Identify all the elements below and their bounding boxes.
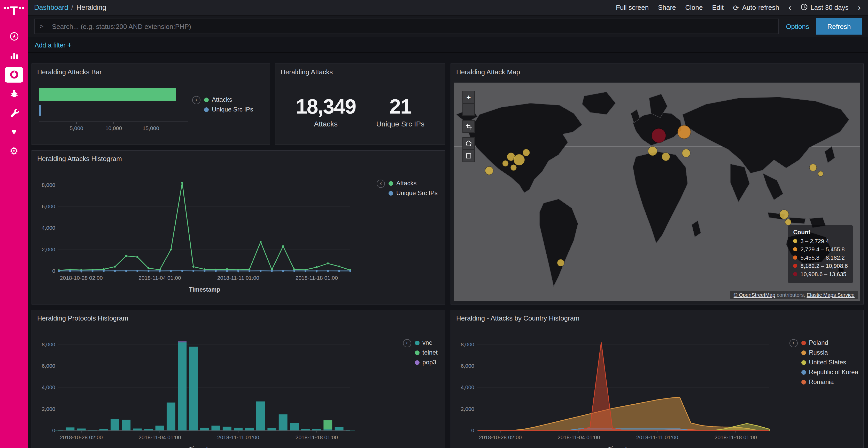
legend-dot bbox=[204, 97, 209, 102]
full-screen-button[interactable]: Full screen bbox=[616, 4, 649, 11]
legend-item[interactable]: 5,455.8 – 8,182.2 bbox=[793, 254, 848, 261]
svg-text:2018-11-11 01:00: 2018-11-11 01:00 bbox=[217, 275, 259, 281]
svg-text:6,000: 6,000 bbox=[461, 363, 474, 369]
legend-label: 3 – 2,729.4 bbox=[801, 238, 829, 244]
ems-link[interactable]: Elastic Maps Service bbox=[807, 292, 855, 298]
search-input[interactable] bbox=[52, 23, 773, 30]
legend-label: Russia bbox=[809, 349, 828, 356]
svg-text:4,000: 4,000 bbox=[41, 384, 55, 390]
auto-refresh-button[interactable]: ⟳ Auto-refresh bbox=[733, 3, 779, 12]
legend-label: pop3 bbox=[423, 359, 436, 366]
svg-text:2,000: 2,000 bbox=[41, 406, 55, 412]
metric-value: 18,349 bbox=[296, 95, 356, 118]
sidebar-item-devtools[interactable] bbox=[0, 103, 28, 122]
svg-text:Timestamp: Timestamp bbox=[189, 286, 220, 293]
svg-text:2,000: 2,000 bbox=[41, 246, 55, 252]
svg-text:0: 0 bbox=[52, 268, 55, 274]
telekom-logo[interactable]: T bbox=[3, 5, 24, 16]
sidebar-item-monitoring[interactable]: ♥ bbox=[0, 122, 28, 141]
legend-item[interactable]: Poland bbox=[801, 339, 858, 346]
svg-text:2018-11-04 01:00: 2018-11-04 01:00 bbox=[138, 434, 181, 440]
add-filter-link[interactable]: Add a filter + bbox=[35, 40, 71, 49]
breadcrumb-dashboard-link[interactable]: Dashboard bbox=[34, 4, 68, 11]
legend-dot bbox=[793, 272, 798, 276]
clock-icon bbox=[801, 3, 807, 12]
legend-item[interactable]: Attacks bbox=[389, 180, 438, 187]
attacks-histogram-chart[interactable]: 02,0004,0006,0008,0002018-10-28 02:00201… bbox=[33, 165, 359, 299]
osm-link[interactable]: © OpenStreetMap bbox=[734, 292, 776, 298]
bar-chart-icon bbox=[9, 50, 19, 60]
metric-attacks: 18,349 Attacks bbox=[296, 95, 356, 128]
legend-label: telnet bbox=[423, 349, 438, 356]
sidebar-item-visualize[interactable] bbox=[0, 46, 28, 65]
draw-rectangle-button[interactable] bbox=[462, 150, 475, 162]
zoom-in-button[interactable]: + bbox=[462, 91, 475, 103]
sidebar-item-timelion[interactable] bbox=[0, 84, 28, 103]
legend-item[interactable]: Unique Src IPs bbox=[389, 189, 438, 197]
panel-title: Heralding Attacks Histogram bbox=[32, 151, 445, 165]
options-link[interactable]: Options bbox=[786, 23, 809, 30]
sidebar-item-discover[interactable] bbox=[0, 27, 28, 46]
legend-item[interactable]: 2,729.4 – 5,455.8 bbox=[793, 246, 848, 252]
add-filter-label: Add a filter bbox=[35, 41, 66, 49]
svg-text:5,000: 5,000 bbox=[70, 125, 84, 131]
svg-text:2018-10-28 02:00: 2018-10-28 02:00 bbox=[60, 434, 103, 440]
svg-text:2018-11-18 01:00: 2018-11-18 01:00 bbox=[715, 434, 757, 440]
selected-nav-tile bbox=[5, 67, 23, 82]
fit-bounds-button[interactable] bbox=[462, 120, 475, 133]
svg-text:4,000: 4,000 bbox=[461, 384, 474, 390]
legend-toggle-icon[interactable]: ‹ bbox=[789, 339, 798, 347]
svg-text:2018-11-11 01:00: 2018-11-11 01:00 bbox=[217, 434, 259, 440]
edit-button[interactable]: Edit bbox=[712, 4, 724, 11]
svg-text:8,000: 8,000 bbox=[461, 341, 474, 347]
panel-attack-map: Heralding Attack Map bbox=[451, 64, 864, 305]
zoom-out-button[interactable]: − bbox=[462, 103, 475, 115]
legend-item[interactable]: Republic of Korea bbox=[801, 369, 858, 376]
legend-item[interactable]: Unique Src IPs bbox=[204, 106, 253, 113]
legend-item[interactable]: pop3 bbox=[414, 359, 438, 366]
legend-item[interactable]: 10,908.6 – 13,635 bbox=[793, 271, 848, 277]
refresh-button[interactable]: Refresh bbox=[816, 18, 862, 35]
legend-label: Romania bbox=[809, 378, 834, 385]
sidebar-item-dashboard[interactable] bbox=[0, 65, 28, 84]
legend-items: AttacksUnique Src IPs bbox=[204, 96, 253, 115]
legend-item[interactable]: telnet bbox=[414, 349, 438, 356]
svg-text:Timestamp: Timestamp bbox=[608, 446, 639, 448]
time-range-picker[interactable]: Last 30 days bbox=[801, 3, 848, 12]
legend-toggle-icon[interactable]: ‹ bbox=[403, 339, 411, 347]
legend-item[interactable]: 3 – 2,729.4 bbox=[793, 238, 848, 244]
panel-attacks-bar: Heralding Attacks Bar 5,00010,00015,000 … bbox=[32, 64, 270, 145]
country-histogram-chart[interactable]: 02,0004,0006,0008,0002018-10-28 02:00201… bbox=[452, 325, 778, 448]
draw-polygon-button[interactable] bbox=[462, 137, 475, 150]
legend-toggle-icon[interactable]: ‹ bbox=[377, 180, 385, 188]
protocols-histogram-chart[interactable]: 02,0004,0006,0008,0002018-10-28 02:00201… bbox=[33, 325, 359, 448]
time-forward-chevron[interactable]: › bbox=[858, 4, 861, 11]
breadcrumb-separator: / bbox=[71, 4, 73, 11]
world-map[interactable]: + − Count 3 – 2,729.42,729.4 – 5,455.85,… bbox=[454, 82, 860, 301]
legend-dot bbox=[793, 247, 798, 251]
legend-toggle-icon[interactable]: ‹ bbox=[192, 96, 200, 104]
legend-item[interactable]: Attacks bbox=[204, 96, 253, 103]
legend-item[interactable]: United States bbox=[801, 359, 858, 366]
time-back-chevron[interactable]: ‹ bbox=[788, 4, 791, 11]
panel-title: Heralding Attacks bbox=[275, 64, 445, 78]
legend-item[interactable]: 8,182.2 – 10,908.6 bbox=[793, 263, 848, 269]
svg-text:6,000: 6,000 bbox=[41, 203, 55, 209]
metric-label: Unique Src IPs bbox=[376, 120, 425, 128]
legend-dot bbox=[801, 350, 806, 355]
share-button[interactable]: Share bbox=[658, 4, 676, 11]
legend-label: United States bbox=[809, 359, 846, 366]
legend-label: 5,455.8 – 8,182.2 bbox=[801, 254, 845, 261]
legend-item[interactable]: Russia bbox=[801, 349, 858, 356]
legend-item[interactable]: Romania bbox=[801, 378, 858, 385]
clone-button[interactable]: Clone bbox=[685, 4, 703, 11]
legend-dot bbox=[801, 360, 806, 365]
svg-text:8,000: 8,000 bbox=[41, 182, 55, 188]
bug-icon bbox=[9, 89, 19, 99]
logo-dot bbox=[3, 7, 5, 9]
legend-item[interactable]: vnc bbox=[414, 339, 438, 346]
legend-dot bbox=[793, 255, 798, 260]
panel-title: Heralding Attacks Bar bbox=[32, 64, 270, 78]
sidebar-item-management[interactable]: ⚙ bbox=[0, 141, 28, 161]
attacks-bar-chart[interactable]: 5,00010,00015,000 bbox=[37, 81, 192, 134]
